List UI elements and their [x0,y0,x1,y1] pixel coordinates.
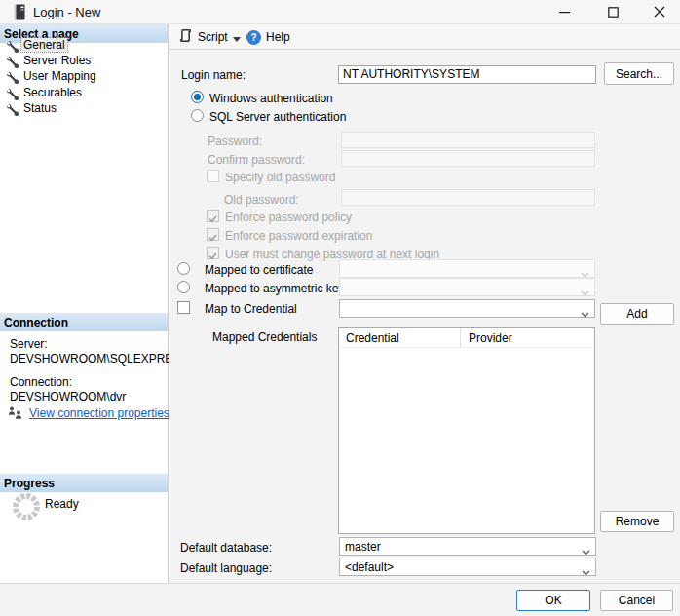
connection-label: Connection: [10,375,72,389]
sidebar-item-label: User Mapping [23,69,96,83]
sidebar-item-label: General [21,38,67,52]
checkmark-icon [208,213,218,224]
enforce-password-expiration-checkbox [207,228,219,241]
remove-button[interactable]: Remove [600,511,674,532]
sql-server-authentication-label: SQL Server authentication [209,110,346,124]
enforce-password-policy-label: Enforce password policy [225,211,352,224]
chevron-down-icon [582,565,590,579]
default-database-dropdown[interactable]: master [339,537,596,556]
toolbar: Script ? Help [169,24,680,50]
sql-server-authentication-radio[interactable] [191,109,204,122]
connection-properties-icon [7,404,23,425]
connection-value: DEVSHOWROOM\dvr [10,390,126,404]
certificate-dropdown [339,259,595,278]
header-underline [339,347,594,348]
sidebar-item-label: Server Roles [23,54,91,67]
specify-old-password-label: Specify old password [225,171,335,184]
sidebar-item-general[interactable]: General [0,37,168,53]
chevron-down-icon [233,28,241,46]
close-button[interactable] [645,0,674,23]
asymmetric-key-dropdown [339,278,595,296]
column-divider [460,328,461,347]
provider-column-header: Provider [462,328,512,347]
password-input [341,132,595,148]
progress-status: Ready [45,497,79,511]
sidebar-item-server-roles[interactable]: Server Roles [0,53,168,68]
help-button-label: Help [266,30,290,44]
help-button[interactable]: ? Help [243,26,294,48]
connection-header: Connection [0,313,168,331]
sidebar-item-user-mapping[interactable]: User Mapping [0,68,168,84]
app-icon [13,4,26,24]
credential-dropdown[interactable] [339,299,595,318]
windows-authentication-radio[interactable] [191,91,204,103]
sidebar-item-label: Securables [23,86,82,99]
maximize-icon [608,7,619,18]
view-connection-properties-link[interactable]: View connection properties [29,406,170,420]
chevron-down-icon [581,286,589,299]
default-database-value: master [345,540,381,554]
password-label: Password: [208,135,262,148]
specify-old-password-checkbox [207,170,219,182]
old-password-label: Old password: [224,193,299,207]
confirm-password-input [341,150,595,167]
cancel-button[interactable]: Cancel [600,590,673,611]
default-database-label: Default database: [180,541,272,555]
windows-authentication-label: Windows authentication [209,92,333,105]
sidebar-item-status[interactable]: Status [0,100,168,116]
mapped-to-asymmetric-key-label: Mapped to asymmetric key [205,282,344,295]
dialog-footer: OK Cancel [0,583,680,616]
mapped-credentials-table[interactable]: Credential Provider [338,327,595,534]
script-button[interactable]: Script [174,26,245,48]
confirm-password-label: Confirm password: [208,153,305,167]
sidebar-item-label: Status [23,101,57,115]
map-to-credential-label: Map to Credential [205,302,297,316]
login-name-label: Login name: [181,68,246,82]
add-button[interactable]: Add [600,303,674,325]
minimize-icon [559,7,570,18]
enforce-password-expiration-label: Enforce password expiration [225,229,372,243]
general-page-panel: Login name: NT AUTHORITY\SYSTEM Search..… [169,50,680,583]
mapped-to-certificate-radio[interactable] [177,262,190,275]
title-bar: Login - New [0,0,680,24]
chevron-down-icon [582,545,590,558]
default-language-value: <default> [345,560,394,574]
wrench-icon [7,102,19,120]
progress-header: Progress [0,474,168,492]
checkmark-icon [208,232,218,243]
must-change-password-checkbox [207,247,219,259]
progress-spinner-icon [11,491,42,526]
map-to-credential-checkbox[interactable] [177,301,190,314]
enforce-password-policy-checkbox [207,210,219,222]
search-button[interactable]: Search... [604,62,674,85]
help-icon: ? [246,30,261,45]
minimize-button[interactable] [549,0,579,23]
ok-button[interactable]: OK [516,590,590,611]
close-icon [654,6,665,18]
window-title: Login - New [33,5,100,19]
default-language-dropdown[interactable]: <default> [339,558,596,576]
script-button-label: Script [198,30,228,44]
sidebar-item-securables[interactable]: Securables [0,85,168,100]
old-password-input [341,189,595,206]
login-new-dialog: Login - New Select a page General Server… [0,0,680,616]
chevron-down-icon [581,307,589,321]
checkmark-icon [208,250,218,261]
mapped-to-certificate-label: Mapped to certificate [205,263,313,277]
mapped-credentials-label: Mapped Credentials [212,330,317,344]
credential-column-header: Credential [339,328,399,347]
script-icon [178,28,193,47]
server-label: Server: [10,337,48,351]
mapped-to-asymmetric-key-radio[interactable] [177,281,190,293]
default-language-label: Default language: [180,561,272,575]
server-value: DEVSHOWROOM\SQLEXPRESS [10,352,188,366]
sidebar: Select a page General Server Roles User … [0,24,169,583]
maximize-button[interactable] [598,0,627,23]
login-name-input[interactable]: NT AUTHORITY\SYSTEM [338,65,596,84]
